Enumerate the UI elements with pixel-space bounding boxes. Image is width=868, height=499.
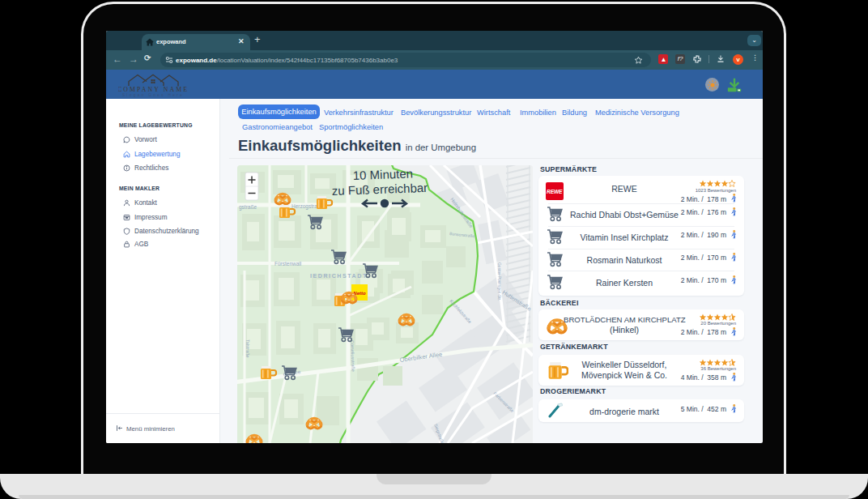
svg-text:gstraße: gstraße bbox=[239, 204, 257, 211]
svg-text:Talstraße: Talstraße bbox=[245, 339, 250, 358]
svg-text:Gustav-Poensgen-Str.: Gustav-Poensgen-Str. bbox=[497, 262, 501, 301]
svg-text:10 Minuten: 10 Minuten bbox=[353, 166, 414, 182]
svg-text:Slogan Goes Here: Slogan Goes Here bbox=[122, 93, 184, 97]
svg-text:Fürstenwall: Fürstenwall bbox=[274, 261, 302, 267]
svg-text:IEDRICHSTADT: IEDRICHSTADT bbox=[310, 273, 368, 279]
svg-text:COMPANY NAME: COMPANY NAME bbox=[118, 86, 189, 93]
